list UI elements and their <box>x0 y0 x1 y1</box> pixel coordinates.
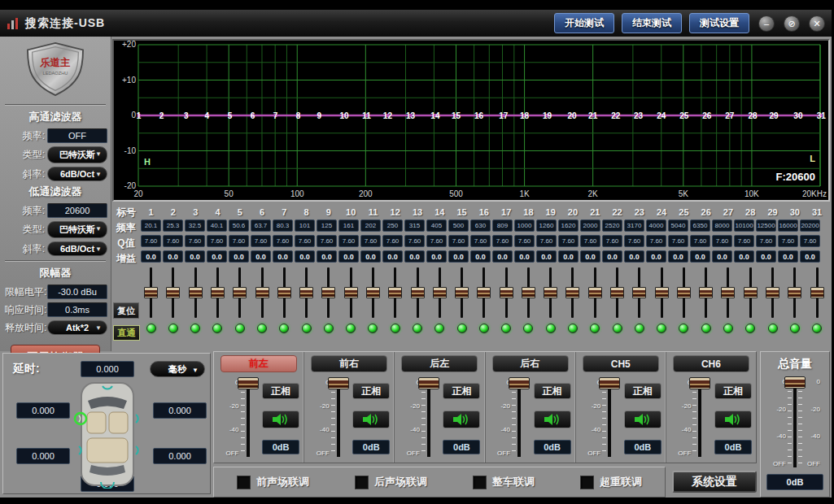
channel-gain-button[interactable]: 0dB <box>262 440 299 454</box>
checkbox-box[interactable] <box>473 476 487 489</box>
channel-select-button[interactable]: 后右 <box>492 355 569 372</box>
master-fader[interactable]: 0-20-40OFF 0-20-40OFF <box>761 375 829 467</box>
eq-gain-cell[interactable]: 0.0 <box>273 250 293 263</box>
eq-gain-cell[interactable]: 0.0 <box>163 250 183 263</box>
eq-slider-handle[interactable] <box>677 287 691 298</box>
delay-top-field[interactable]: 0.000 <box>81 361 134 377</box>
eq-q-cell[interactable]: 7.60 <box>295 235 315 247</box>
eq-freq-cell[interactable]: 809 <box>492 219 513 232</box>
lpf-slope-select[interactable]: 6dB/Oct▼ <box>47 241 107 256</box>
eq-gain-cell[interactable]: 0.0 <box>404 250 425 263</box>
eq-freq-cell[interactable]: 1000 <box>514 219 535 232</box>
restore-button[interactable]: ⊘ <box>784 15 800 32</box>
link-checkbox[interactable]: 超重联调 <box>580 475 642 489</box>
channel-gain-button[interactable]: 0dB <box>352 440 390 454</box>
eq-slider-handle[interactable] <box>211 287 225 298</box>
eq-band-slider[interactable] <box>207 265 229 320</box>
eq-freq-cell[interactable]: 4000 <box>646 219 666 232</box>
eq-freq-cell[interactable]: 8000 <box>712 219 732 232</box>
eq-band-slider[interactable] <box>606 265 628 320</box>
eq-band-slider[interactable] <box>384 265 406 320</box>
eq-gain-cell[interactable]: 0.0 <box>317 250 337 263</box>
eq-band-slider[interactable] <box>784 265 806 320</box>
eq-q-cell[interactable]: 7.60 <box>624 235 644 247</box>
eq-reset-button[interactable]: 复位 <box>113 302 139 319</box>
eq-freq-cell[interactable]: 50.6 <box>229 219 249 232</box>
master-fader-handle[interactable] <box>784 376 806 389</box>
eq-band-slider[interactable] <box>762 265 784 320</box>
hpf-slope-select[interactable]: 6dB/Oct▼ <box>47 167 107 181</box>
eq-slider-handle[interactable] <box>588 287 602 298</box>
limiter-level-field[interactable]: -30.0 dBu <box>47 285 107 299</box>
eq-q-cell[interactable]: 7.60 <box>602 235 622 247</box>
phase-button[interactable]: 正相 <box>352 383 390 399</box>
eq-slider-handle[interactable] <box>455 287 469 298</box>
link-checkbox[interactable]: 整车联调 <box>473 475 535 489</box>
eq-band-slider[interactable] <box>451 265 473 320</box>
end-test-button[interactable]: 结束测试 <box>622 13 682 33</box>
mute-button[interactable] <box>262 411 299 428</box>
eq-gain-cell[interactable]: 0.0 <box>712 250 732 263</box>
hpf-type-select[interactable]: 巴特沃斯▼ <box>47 146 107 163</box>
channel-fader-handle[interactable] <box>328 377 349 389</box>
mute-button[interactable] <box>714 411 752 428</box>
eq-band-slider[interactable] <box>473 265 495 320</box>
eq-band-slider[interactable] <box>429 265 451 320</box>
limiter-release-select[interactable]: Atk*2▼ <box>47 320 107 335</box>
eq-slider-handle[interactable] <box>233 287 247 298</box>
channel-gain-button[interactable]: 0dB <box>534 440 571 454</box>
eq-band-slider[interactable] <box>251 265 273 320</box>
eq-band-slider[interactable] <box>185 265 207 320</box>
eq-q-cell[interactable]: 7.60 <box>207 235 227 247</box>
eq-freq-cell[interactable]: 20.1 <box>141 219 161 232</box>
eq-q-cell[interactable]: 7.60 <box>536 235 557 247</box>
delay-unit-select[interactable]: 毫秒▼ <box>150 361 205 377</box>
eq-q-cell[interactable]: 7.60 <box>470 235 491 247</box>
eq-slider-handle[interactable] <box>344 287 358 298</box>
eq-gain-cell[interactable]: 0.0 <box>690 250 710 263</box>
eq-slider-handle[interactable] <box>299 287 313 298</box>
eq-freq-cell[interactable]: 630 <box>470 219 491 232</box>
eq-gain-cell[interactable]: 0.0 <box>668 250 688 263</box>
eq-q-cell[interactable]: 7.60 <box>558 235 579 247</box>
eq-slider-handle[interactable] <box>277 287 291 298</box>
eq-band-slider[interactable] <box>295 265 317 320</box>
eq-q-cell[interactable]: 7.60 <box>448 235 469 247</box>
eq-freq-cell[interactable]: 5040 <box>668 219 688 232</box>
phase-button[interactable]: 正相 <box>534 383 571 399</box>
eq-band-slider[interactable] <box>673 265 695 320</box>
eq-q-cell[interactable]: 7.60 <box>668 235 688 247</box>
eq-slider-handle[interactable] <box>610 287 624 298</box>
eq-slider-handle[interactable] <box>721 287 735 298</box>
eq-slider-handle[interactable] <box>477 287 491 298</box>
eq-q-cell[interactable]: 7.60 <box>163 235 183 247</box>
limiter-attack-field[interactable]: 0.3ms <box>47 302 107 317</box>
eq-slider-handle[interactable] <box>744 287 758 298</box>
eq-band-slider[interactable] <box>650 265 672 320</box>
channel-fader-handle[interactable] <box>599 377 620 389</box>
eq-slider-handle[interactable] <box>565 287 579 298</box>
eq-gain-cell[interactable]: 0.0 <box>602 250 622 263</box>
eq-slider-handle[interactable] <box>366 287 380 298</box>
checkbox-box[interactable] <box>580 476 594 489</box>
eq-slider-handle[interactable] <box>544 287 557 298</box>
eq-freq-cell[interactable]: 250 <box>382 219 403 232</box>
eq-slider-handle[interactable] <box>522 287 535 298</box>
eq-slider-handle[interactable] <box>810 287 824 298</box>
eq-slider-handle[interactable] <box>788 287 801 298</box>
eq-band-slider[interactable] <box>517 265 539 320</box>
eq-gain-cell[interactable]: 0.0 <box>448 250 469 263</box>
eq-gain-cell[interactable]: 0.0 <box>295 250 315 263</box>
eq-q-cell[interactable]: 7.60 <box>734 235 754 247</box>
eq-q-cell[interactable]: 7.60 <box>800 235 820 247</box>
eq-gain-cell[interactable]: 0.0 <box>734 250 754 263</box>
phase-button[interactable]: 正相 <box>714 383 752 399</box>
eq-band-slider[interactable] <box>406 265 428 320</box>
delay-rear-left-field[interactable]: 0.000 <box>16 448 70 464</box>
channel-gain-button[interactable]: 0dB <box>443 440 480 454</box>
eq-band-slider[interactable] <box>140 265 162 320</box>
eq-q-cell[interactable]: 7.60 <box>712 235 732 247</box>
eq-gain-cell[interactable]: 0.0 <box>426 250 447 263</box>
eq-freq-cell[interactable]: 101 <box>295 219 315 232</box>
eq-q-cell[interactable]: 7.60 <box>404 235 425 247</box>
